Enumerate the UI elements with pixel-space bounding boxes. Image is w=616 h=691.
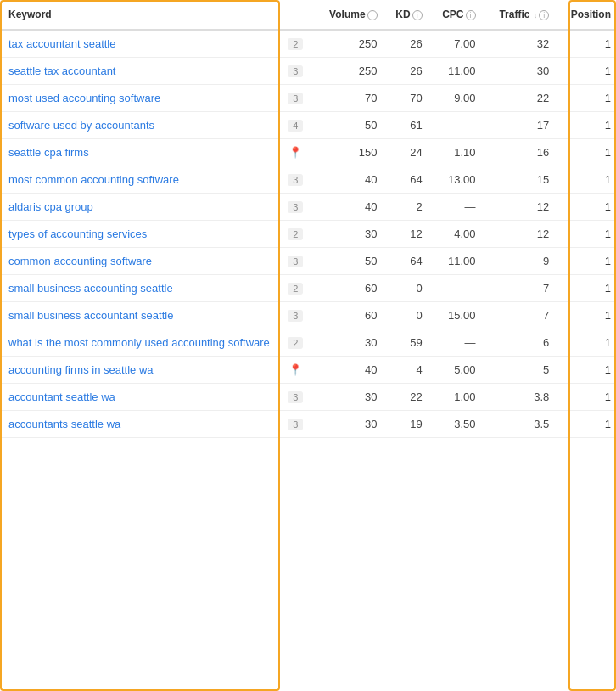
- keyword-cell[interactable]: tax accountant seattle: [0, 30, 280, 58]
- traffic-cell: 15: [481, 166, 555, 194]
- pin-icon: 📍: [288, 363, 302, 376]
- traffic-info-icon[interactable]: i: [539, 10, 549, 20]
- badge-cell: 2: [280, 329, 311, 357]
- volume-cell: 40: [311, 166, 383, 194]
- keyword-link[interactable]: accounting firms in seattle wa: [8, 363, 154, 376]
- traffic-cell: 7: [481, 302, 555, 329]
- volume-info-icon[interactable]: i: [367, 10, 378, 20]
- position-cell: 1: [554, 275, 616, 302]
- kd-header[interactable]: KDi: [383, 0, 428, 30]
- position-cell: 1: [554, 58, 616, 85]
- cpc-cell: 3.50: [428, 411, 481, 438]
- position-cell: 1: [554, 248, 616, 275]
- keyword-cell[interactable]: types of accounting services: [0, 221, 280, 248]
- table-row: accountant seattle wa330221.003.81: [0, 384, 616, 411]
- position-cell: 1: [554, 166, 616, 194]
- kd-cell: 19: [383, 411, 428, 438]
- keyword-link[interactable]: software used by accountants: [8, 119, 154, 132]
- keyword-cell[interactable]: software used by accountants: [0, 112, 280, 139]
- traffic-cell: 9: [481, 248, 555, 275]
- cpc-cell: —: [428, 275, 481, 302]
- position-cell: 1: [554, 357, 616, 384]
- kd-cell: 4: [383, 357, 428, 384]
- keyword-badge: 3: [288, 419, 303, 430]
- keyword-cell[interactable]: seattle tax accountant: [0, 58, 280, 85]
- keyword-cell[interactable]: accounting firms in seattle wa: [0, 357, 280, 384]
- volume-cell: 250: [311, 30, 383, 58]
- traffic-header[interactable]: Traffic ↓i: [481, 0, 555, 30]
- keyword-cell[interactable]: most common accounting software: [0, 166, 280, 194]
- cpc-cell: 5.00: [428, 357, 481, 384]
- keyword-link[interactable]: accountants seattle wa: [8, 418, 120, 430]
- position-cell: 1: [554, 30, 616, 58]
- kd-cell: 61: [383, 112, 428, 139]
- volume-cell: 40: [311, 194, 383, 221]
- table-row: accounting firms in seattle wa📍4045.0051: [0, 357, 616, 384]
- traffic-cell: 7: [481, 275, 555, 302]
- keyword-badge: 3: [288, 65, 303, 77]
- cpc-cell: —: [428, 329, 481, 357]
- badge-cell: 2: [280, 30, 311, 58]
- keyword-cell[interactable]: accountant seattle wa: [0, 384, 280, 411]
- volume-cell: 150: [311, 139, 383, 166]
- traffic-cell: 3.8: [481, 384, 555, 411]
- keyword-link[interactable]: most used accounting software: [8, 92, 160, 104]
- kd-cell: 22: [383, 384, 428, 411]
- keyword-cell[interactable]: aldaris cpa group: [0, 194, 280, 221]
- keyword-cell[interactable]: common accounting software: [0, 248, 280, 275]
- cpc-cell: 1.10: [428, 139, 481, 166]
- keyword-badge: 3: [288, 201, 303, 213]
- table-row: what is the most commonly used accountin…: [0, 329, 616, 357]
- traffic-cell: 5: [481, 357, 555, 384]
- keyword-link[interactable]: types of accounting services: [8, 228, 147, 240]
- keyword-link[interactable]: most common accounting software: [8, 173, 179, 186]
- keyword-cell[interactable]: accountants seattle wa: [0, 411, 280, 438]
- kd-info-icon[interactable]: i: [412, 10, 423, 20]
- badge-cell: 2: [280, 275, 311, 302]
- kd-cell: 24: [383, 139, 428, 166]
- keyword-cell[interactable]: seattle cpa firms: [0, 139, 280, 166]
- cpc-cell: 4.00: [428, 221, 481, 248]
- keyword-cell[interactable]: most used accounting software: [0, 85, 280, 112]
- kd-cell: 59: [383, 329, 428, 357]
- position-cell: 1: [554, 112, 616, 139]
- position-cell: 1: [554, 384, 616, 411]
- kd-cell: 70: [383, 85, 428, 112]
- keyword-link[interactable]: small business accountant seattle: [8, 309, 173, 322]
- table-wrapper: Keyword Volumei KDi CPCi Traffic ↓i Posi…: [0, 0, 616, 691]
- volume-cell: 70: [311, 85, 383, 112]
- table-row: types of accounting services230124.00121: [0, 221, 616, 248]
- keyword-link[interactable]: small business accounting seattle: [8, 282, 173, 295]
- traffic-cell: 17: [481, 112, 555, 139]
- keyword-link[interactable]: tax accountant seattle: [8, 37, 115, 50]
- volume-cell: 40: [311, 357, 383, 384]
- cpc-cell: 11.00: [428, 58, 481, 85]
- volume-cell: 30: [311, 411, 383, 438]
- keyword-link[interactable]: what is the most commonly used accountin…: [8, 336, 270, 349]
- volume-cell: 60: [311, 302, 383, 329]
- table-row: small business accounting seattle2600—71: [0, 275, 616, 302]
- table-row: most used accounting software370709.0022…: [0, 85, 616, 112]
- badge-cell: 📍: [280, 139, 311, 166]
- cpc-header[interactable]: CPCi: [428, 0, 481, 30]
- volume-header[interactable]: Volumei: [311, 0, 383, 30]
- keyword-cell[interactable]: small business accountant seattle: [0, 302, 280, 329]
- table-header-row: Keyword Volumei KDi CPCi Traffic ↓i Posi…: [0, 0, 616, 30]
- keyword-link[interactable]: seattle cpa firms: [8, 146, 89, 159]
- keyword-link[interactable]: aldaris cpa group: [8, 200, 93, 213]
- kd-cell: 26: [383, 58, 428, 85]
- keyword-badge: 3: [288, 256, 303, 267]
- cpc-cell: —: [428, 194, 481, 221]
- keyword-cell[interactable]: what is the most commonly used accountin…: [0, 329, 280, 357]
- keyword-link[interactable]: accountant seattle wa: [8, 390, 115, 403]
- cpc-info-icon[interactable]: i: [466, 10, 476, 20]
- keyword-badge: 2: [288, 228, 303, 240]
- keyword-cell[interactable]: small business accounting seattle: [0, 275, 280, 302]
- position-cell: 1: [554, 139, 616, 166]
- traffic-cell: 30: [481, 58, 555, 85]
- keyword-link[interactable]: seattle tax accountant: [8, 65, 115, 77]
- traffic-sort-icon: ↓: [534, 11, 538, 20]
- keyword-header: Keyword: [0, 0, 280, 30]
- keyword-link[interactable]: common accounting software: [8, 255, 152, 267]
- cpc-cell: 13.00: [428, 166, 481, 194]
